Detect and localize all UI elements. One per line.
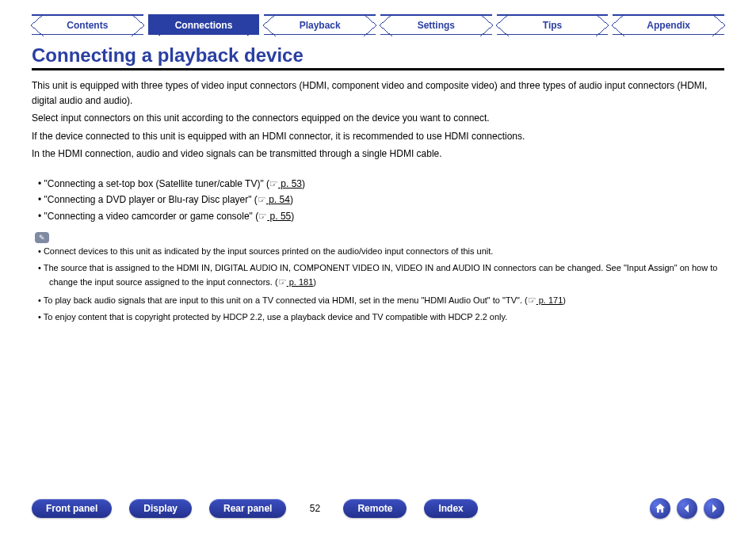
title-rule <box>32 68 724 70</box>
note-item: To enjoy content that is copyright prote… <box>38 310 724 324</box>
page-number: 52 <box>304 503 326 514</box>
nav-tabs: Contents Connections Playback Settings T… <box>32 14 724 35</box>
pointer-icon: ☞ <box>278 276 287 287</box>
paragraph: In the HDMI connection, audio and video … <box>32 147 724 162</box>
footer: Front panel Display Rear panel 52 Remote… <box>0 498 756 519</box>
page-link[interactable]: p. 54 <box>266 194 290 205</box>
page-link[interactable]: p. 181 <box>287 277 314 287</box>
tab-settings[interactable]: Settings <box>380 14 492 35</box>
tab-tips[interactable]: Tips <box>497 14 609 35</box>
page-title: Connecting a playback device <box>32 44 724 67</box>
rear-panel-button[interactable]: Rear panel <box>209 499 286 518</box>
paragraph: This unit is equipped with three types o… <box>32 78 724 108</box>
list-item: "Connecting a set-top box (Satellite tun… <box>38 176 724 192</box>
pointer-icon: ☞ <box>258 194 266 205</box>
note-icon: ✎ <box>35 232 49 243</box>
pointer-icon: ☞ <box>269 178 278 189</box>
page-link[interactable]: p. 171 <box>536 295 563 305</box>
list-item: "Connecting a DVD player or Blu-ray Disc… <box>38 192 724 207</box>
paragraph: If the device connected to this unit is … <box>32 129 724 144</box>
tab-playback[interactable]: Playback <box>264 14 376 35</box>
list-item: "Connecting a video camcorder or game co… <box>38 208 724 224</box>
note-item: Connect devices to this unit as indicate… <box>38 245 724 258</box>
index-button[interactable]: Index <box>424 499 477 518</box>
pointer-icon: ☞ <box>258 211 267 222</box>
prev-icon[interactable] <box>677 498 697 519</box>
note-item: The source that is assigned to the HDMI … <box>38 261 724 290</box>
note-item: To play back audio signals that are inpu… <box>38 293 724 308</box>
front-panel-button[interactable]: Front panel <box>32 499 112 518</box>
page-link[interactable]: p. 53 <box>278 178 302 189</box>
remote-button[interactable]: Remote <box>343 499 407 518</box>
page-link[interactable]: p. 55 <box>267 211 291 222</box>
tab-contents[interactable]: Contents <box>32 14 143 35</box>
primary-links: "Connecting a set-top box (Satellite tun… <box>38 176 724 224</box>
tab-connections[interactable]: Connections <box>148 14 260 35</box>
notes-list: Connect devices to this unit as indicate… <box>38 245 724 324</box>
home-icon[interactable] <box>650 498 670 519</box>
tab-appendix[interactable]: Appendix <box>613 14 724 35</box>
paragraph: Select input connectors on this unit acc… <box>32 111 724 126</box>
body-text: This unit is equipped with three types o… <box>32 78 724 162</box>
display-button[interactable]: Display <box>129 499 192 518</box>
pointer-icon: ☞ <box>528 295 536 306</box>
next-icon[interactable] <box>704 498 724 519</box>
